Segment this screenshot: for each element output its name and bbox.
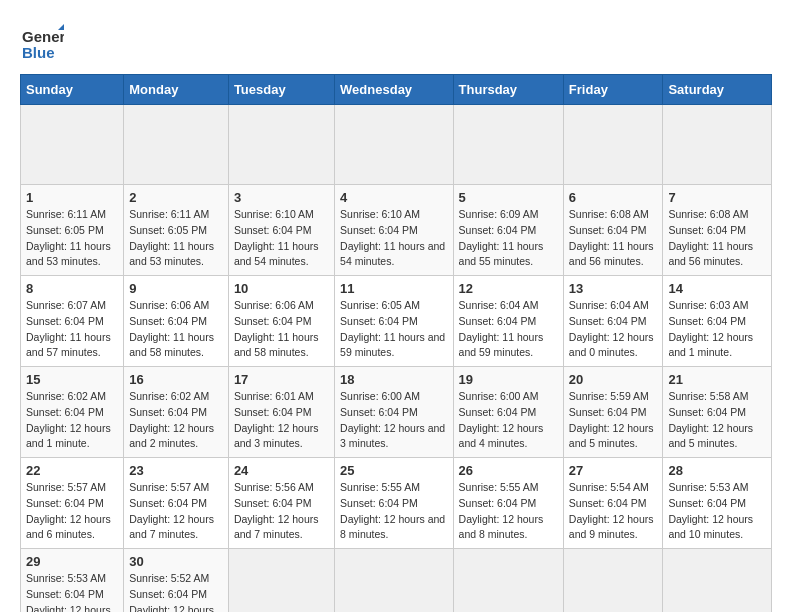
day-info: Sunrise: 6:11 AMSunset: 6:05 PMDaylight:… [129, 207, 223, 270]
calendar-table: SundayMondayTuesdayWednesdayThursdayFrid… [20, 74, 772, 612]
day-info: Sunrise: 5:53 AMSunset: 6:04 PMDaylight:… [668, 480, 766, 543]
calendar-cell: 14Sunrise: 6:03 AMSunset: 6:04 PMDayligh… [663, 276, 772, 367]
calendar-week-row: 1Sunrise: 6:11 AMSunset: 6:05 PMDaylight… [21, 185, 772, 276]
calendar-cell [563, 105, 663, 185]
day-info: Sunrise: 6:10 AMSunset: 6:04 PMDaylight:… [340, 207, 447, 270]
day-number: 18 [340, 372, 447, 387]
day-number: 24 [234, 463, 329, 478]
day-number: 20 [569, 372, 658, 387]
calendar-cell [335, 549, 453, 613]
day-info: Sunrise: 6:07 AMSunset: 6:04 PMDaylight:… [26, 298, 118, 361]
logo: General Blue [20, 20, 64, 64]
logo-icon: General Blue [20, 20, 64, 64]
calendar-week-row: 22Sunrise: 5:57 AMSunset: 6:04 PMDayligh… [21, 458, 772, 549]
day-info: Sunrise: 5:56 AMSunset: 6:04 PMDaylight:… [234, 480, 329, 543]
day-info: Sunrise: 6:11 AMSunset: 6:05 PMDaylight:… [26, 207, 118, 270]
calendar-cell: 18Sunrise: 6:00 AMSunset: 6:04 PMDayligh… [335, 367, 453, 458]
day-info: Sunrise: 5:53 AMSunset: 6:04 PMDaylight:… [26, 571, 118, 612]
day-number: 29 [26, 554, 118, 569]
calendar-cell: 9Sunrise: 6:06 AMSunset: 6:04 PMDaylight… [124, 276, 229, 367]
day-info: Sunrise: 6:02 AMSunset: 6:04 PMDaylight:… [129, 389, 223, 452]
day-number: 2 [129, 190, 223, 205]
calendar-cell: 24Sunrise: 5:56 AMSunset: 6:04 PMDayligh… [228, 458, 334, 549]
calendar-cell: 23Sunrise: 5:57 AMSunset: 6:04 PMDayligh… [124, 458, 229, 549]
day-number: 5 [459, 190, 558, 205]
calendar-cell [663, 105, 772, 185]
calendar-cell: 13Sunrise: 6:04 AMSunset: 6:04 PMDayligh… [563, 276, 663, 367]
day-number: 19 [459, 372, 558, 387]
calendar-cell [453, 549, 563, 613]
day-info: Sunrise: 6:00 AMSunset: 6:04 PMDaylight:… [340, 389, 447, 452]
calendar-cell: 3Sunrise: 6:10 AMSunset: 6:04 PMDaylight… [228, 185, 334, 276]
day-info: Sunrise: 6:06 AMSunset: 6:04 PMDaylight:… [129, 298, 223, 361]
svg-text:General: General [22, 28, 64, 45]
calendar-cell: 4Sunrise: 6:10 AMSunset: 6:04 PMDaylight… [335, 185, 453, 276]
calendar-week-row: 29Sunrise: 5:53 AMSunset: 6:04 PMDayligh… [21, 549, 772, 613]
svg-marker-2 [58, 24, 64, 30]
calendar-header-row: SundayMondayTuesdayWednesdayThursdayFrid… [21, 75, 772, 105]
calendar-cell: 22Sunrise: 5:57 AMSunset: 6:04 PMDayligh… [21, 458, 124, 549]
day-number: 4 [340, 190, 447, 205]
day-number: 10 [234, 281, 329, 296]
calendar-cell: 20Sunrise: 5:59 AMSunset: 6:04 PMDayligh… [563, 367, 663, 458]
day-number: 1 [26, 190, 118, 205]
day-info: Sunrise: 6:09 AMSunset: 6:04 PMDaylight:… [459, 207, 558, 270]
day-number: 22 [26, 463, 118, 478]
day-number: 14 [668, 281, 766, 296]
day-number: 6 [569, 190, 658, 205]
calendar-cell: 27Sunrise: 5:54 AMSunset: 6:04 PMDayligh… [563, 458, 663, 549]
day-number: 7 [668, 190, 766, 205]
calendar-cell [453, 105, 563, 185]
calendar-cell: 26Sunrise: 5:55 AMSunset: 6:04 PMDayligh… [453, 458, 563, 549]
calendar-week-row [21, 105, 772, 185]
day-number: 8 [26, 281, 118, 296]
day-info: Sunrise: 6:01 AMSunset: 6:04 PMDaylight:… [234, 389, 329, 452]
day-number: 9 [129, 281, 223, 296]
day-info: Sunrise: 6:10 AMSunset: 6:04 PMDaylight:… [234, 207, 329, 270]
day-info: Sunrise: 6:08 AMSunset: 6:04 PMDaylight:… [569, 207, 658, 270]
day-info: Sunrise: 6:00 AMSunset: 6:04 PMDaylight:… [459, 389, 558, 452]
calendar-cell: 16Sunrise: 6:02 AMSunset: 6:04 PMDayligh… [124, 367, 229, 458]
day-number: 12 [459, 281, 558, 296]
calendar-week-row: 8Sunrise: 6:07 AMSunset: 6:04 PMDaylight… [21, 276, 772, 367]
calendar-cell: 21Sunrise: 5:58 AMSunset: 6:04 PMDayligh… [663, 367, 772, 458]
day-info: Sunrise: 6:08 AMSunset: 6:04 PMDaylight:… [668, 207, 766, 270]
day-info: Sunrise: 5:52 AMSunset: 6:04 PMDaylight:… [129, 571, 223, 612]
calendar-cell [663, 549, 772, 613]
day-number: 17 [234, 372, 329, 387]
col-header-tuesday: Tuesday [228, 75, 334, 105]
col-header-sunday: Sunday [21, 75, 124, 105]
calendar-cell: 11Sunrise: 6:05 AMSunset: 6:04 PMDayligh… [335, 276, 453, 367]
day-info: Sunrise: 5:57 AMSunset: 6:04 PMDaylight:… [129, 480, 223, 543]
day-info: Sunrise: 6:02 AMSunset: 6:04 PMDaylight:… [26, 389, 118, 452]
day-info: Sunrise: 6:04 AMSunset: 6:04 PMDaylight:… [569, 298, 658, 361]
day-number: 26 [459, 463, 558, 478]
day-number: 21 [668, 372, 766, 387]
calendar-cell [21, 105, 124, 185]
day-number: 15 [26, 372, 118, 387]
calendar-cell: 8Sunrise: 6:07 AMSunset: 6:04 PMDaylight… [21, 276, 124, 367]
day-number: 11 [340, 281, 447, 296]
calendar-cell: 25Sunrise: 5:55 AMSunset: 6:04 PMDayligh… [335, 458, 453, 549]
day-info: Sunrise: 5:59 AMSunset: 6:04 PMDaylight:… [569, 389, 658, 452]
svg-text:Blue: Blue [22, 44, 55, 61]
calendar-cell [124, 105, 229, 185]
day-info: Sunrise: 6:04 AMSunset: 6:04 PMDaylight:… [459, 298, 558, 361]
day-number: 27 [569, 463, 658, 478]
col-header-thursday: Thursday [453, 75, 563, 105]
day-number: 23 [129, 463, 223, 478]
calendar-cell [563, 549, 663, 613]
day-number: 30 [129, 554, 223, 569]
calendar-cell: 1Sunrise: 6:11 AMSunset: 6:05 PMDaylight… [21, 185, 124, 276]
calendar-cell: 17Sunrise: 6:01 AMSunset: 6:04 PMDayligh… [228, 367, 334, 458]
calendar-cell: 19Sunrise: 6:00 AMSunset: 6:04 PMDayligh… [453, 367, 563, 458]
calendar-cell: 2Sunrise: 6:11 AMSunset: 6:05 PMDaylight… [124, 185, 229, 276]
day-info: Sunrise: 5:54 AMSunset: 6:04 PMDaylight:… [569, 480, 658, 543]
day-info: Sunrise: 5:58 AMSunset: 6:04 PMDaylight:… [668, 389, 766, 452]
day-number: 16 [129, 372, 223, 387]
calendar-cell: 12Sunrise: 6:04 AMSunset: 6:04 PMDayligh… [453, 276, 563, 367]
calendar-week-row: 15Sunrise: 6:02 AMSunset: 6:04 PMDayligh… [21, 367, 772, 458]
calendar-cell [228, 549, 334, 613]
day-info: Sunrise: 5:57 AMSunset: 6:04 PMDaylight:… [26, 480, 118, 543]
calendar-cell: 28Sunrise: 5:53 AMSunset: 6:04 PMDayligh… [663, 458, 772, 549]
